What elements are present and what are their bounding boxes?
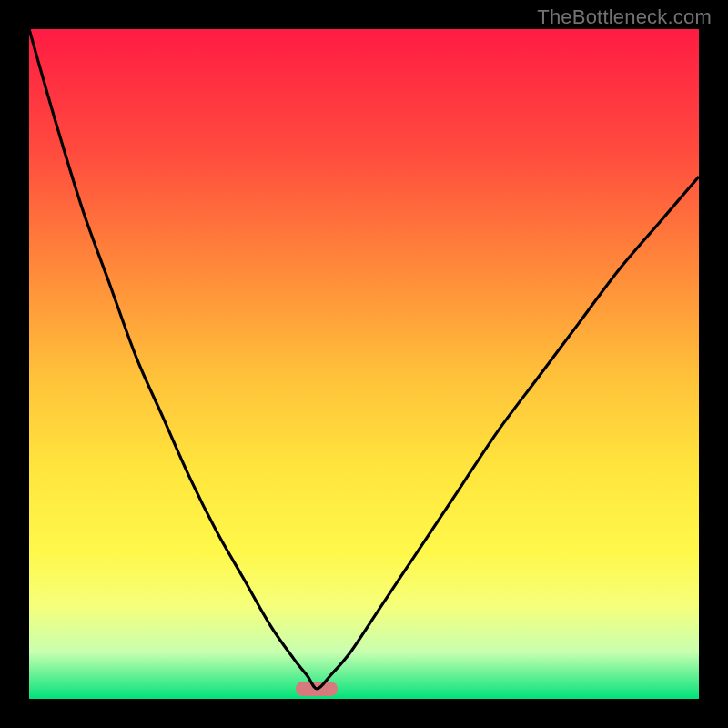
chart-frame: TheBottleneck.com xyxy=(0,0,728,728)
watermark-text: TheBottleneck.com xyxy=(537,5,712,29)
bottleneck-curve xyxy=(29,29,699,699)
plot-area xyxy=(29,29,699,699)
curve-path xyxy=(29,29,699,689)
